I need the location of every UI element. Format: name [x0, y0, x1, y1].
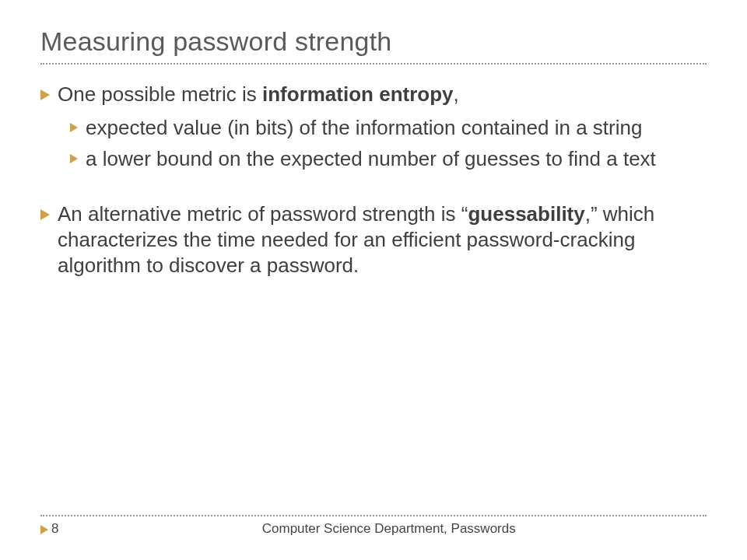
bullet-text: expected value (in bits) of the informat… — [86, 115, 707, 141]
svg-marker-1 — [70, 123, 78, 132]
bullet-level2: a lower bound on the expected number of … — [70, 146, 707, 172]
svg-marker-4 — [40, 525, 48, 534]
text-run: One possible metric is — [58, 82, 262, 106]
bullet-text: a lower bound on the expected number of … — [86, 146, 707, 172]
text-run-bold: guessability — [468, 202, 584, 226]
spacer — [40, 177, 707, 197]
slide-title: Measuring password strength — [40, 26, 707, 57]
footer-divider — [40, 515, 707, 516]
text-run: , — [454, 82, 459, 106]
triangle-bullet-icon — [40, 89, 50, 107]
title-divider — [40, 63, 707, 65]
page-number: 8 — [51, 521, 58, 537]
svg-marker-0 — [40, 89, 50, 100]
bullet-level1: One possible metric is information entro… — [40, 82, 707, 107]
footer-text: Computer Science Department, Passwords — [71, 521, 707, 537]
triangle-bullet-icon — [70, 123, 78, 141]
bullet-text: One possible metric is information entro… — [58, 82, 707, 107]
footer-row: 8 Computer Science Department, Passwords — [40, 521, 707, 537]
svg-marker-2 — [70, 154, 78, 163]
bullet-level1: An alternative metric of password streng… — [40, 201, 707, 279]
svg-marker-3 — [40, 209, 50, 220]
slide-body: One possible metric is information entro… — [40, 82, 707, 279]
triangle-bullet-icon — [40, 209, 50, 279]
triangle-bullet-icon — [70, 154, 78, 172]
text-run: An alternative metric of password streng… — [58, 202, 468, 226]
text-run-bold: information entropy — [262, 82, 454, 106]
bullet-level2: expected value (in bits) of the informat… — [70, 115, 707, 141]
slide-footer: 8 Computer Science Department, Passwords — [40, 515, 707, 537]
triangle-bullet-icon — [40, 525, 48, 534]
bullet-text: An alternative metric of password streng… — [58, 201, 707, 279]
slide: Measuring password strength One possible… — [0, 0, 747, 560]
